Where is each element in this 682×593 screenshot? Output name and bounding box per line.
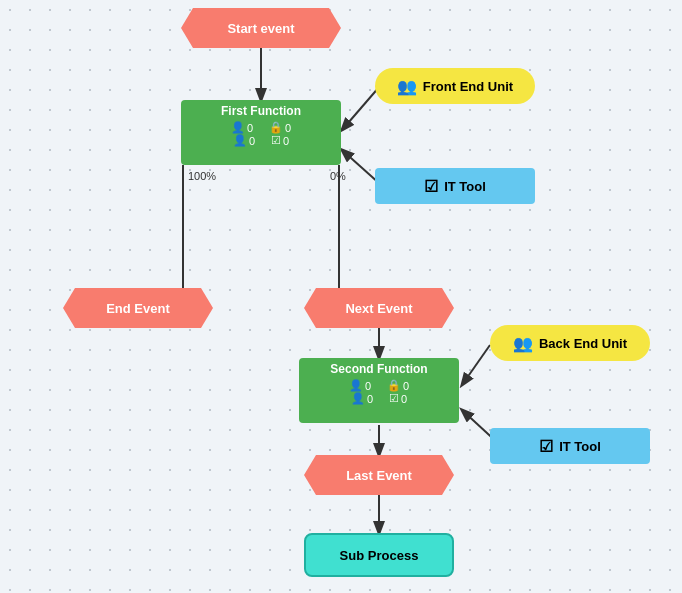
people-icon-2: 👥 [513,334,533,353]
ff-icon3: 👤 0 [233,134,255,147]
next-event-node: Next Event [304,288,454,328]
it-tool-1-node: ☑ IT Tool [375,168,535,204]
it-tool-1-label: IT Tool [444,179,486,194]
ff-val2: 0 [285,122,291,134]
svg-line-4 [462,345,490,385]
second-function-node: Second Function 👤 0 🔒 0 👤 0 ☑ 0 [299,358,459,423]
ff-icon2: 🔒 0 [269,121,291,134]
ff-icon4: ☑ 0 [271,134,289,147]
sf-icon1-sym: 👤 [349,379,363,392]
back-end-unit-node: 👥 Back End Unit [490,325,650,361]
sf-val1: 0 [365,380,371,392]
sf-icon3-sym: 👤 [351,392,365,405]
checkbox-icon-1: ☑ [424,177,438,196]
end-event-label: End Event [106,301,170,316]
start-event-node: Start event [181,8,341,48]
next-event-label: Next Event [345,301,412,316]
first-function-row2: 👤 0 ☑ 0 [233,134,289,147]
checkbox-icon-2: ☑ [539,437,553,456]
it-tool-2-label: IT Tool [559,439,601,454]
last-event-node: Last Event [304,455,454,495]
ff-val4: 0 [283,135,289,147]
ff-icon4-sym: ☑ [271,134,281,147]
last-event-label: Last Event [346,468,412,483]
first-function-node: First Function 👤 0 🔒 0 👤 0 ☑ 0 [181,100,341,165]
sf-icon1: 👤 0 [349,379,371,392]
second-function-row1: 👤 0 🔒 0 [349,379,409,392]
start-event-label: Start event [227,21,294,36]
ff-val1: 0 [247,122,253,134]
back-end-unit-label: Back End Unit [539,336,627,351]
ff-icon1: 👤 0 [231,121,253,134]
pct-0-label: 0% [330,170,346,182]
sf-icon4: ☑ 0 [389,392,407,405]
people-icon-1: 👥 [397,77,417,96]
sf-val4: 0 [401,393,407,405]
pct-100-label: 100% [188,170,216,182]
sf-val2: 0 [403,380,409,392]
sub-process-node: Sub Process [304,533,454,577]
sub-process-label: Sub Process [340,548,419,563]
second-function-title: Second Function [330,362,427,376]
first-function-title: First Function [221,104,301,118]
front-end-unit-node: 👥 Front End Unit [375,68,535,104]
ff-icon1-sym: 👤 [231,121,245,134]
first-function-row1: 👤 0 🔒 0 [231,121,291,134]
sf-val3: 0 [367,393,373,405]
sf-icon4-sym: ☑ [389,392,399,405]
ff-icon3-sym: 👤 [233,134,247,147]
end-event-node: End Event [63,288,213,328]
sf-icon2: 🔒 0 [387,379,409,392]
ff-val3: 0 [249,135,255,147]
sf-icon3: 👤 0 [351,392,373,405]
front-end-unit-label: Front End Unit [423,79,513,94]
sf-icon2-sym: 🔒 [387,379,401,392]
it-tool-2-node: ☑ IT Tool [490,428,650,464]
ff-icon2-sym: 🔒 [269,121,283,134]
second-function-row2: 👤 0 ☑ 0 [351,392,407,405]
svg-line-1 [342,86,380,130]
